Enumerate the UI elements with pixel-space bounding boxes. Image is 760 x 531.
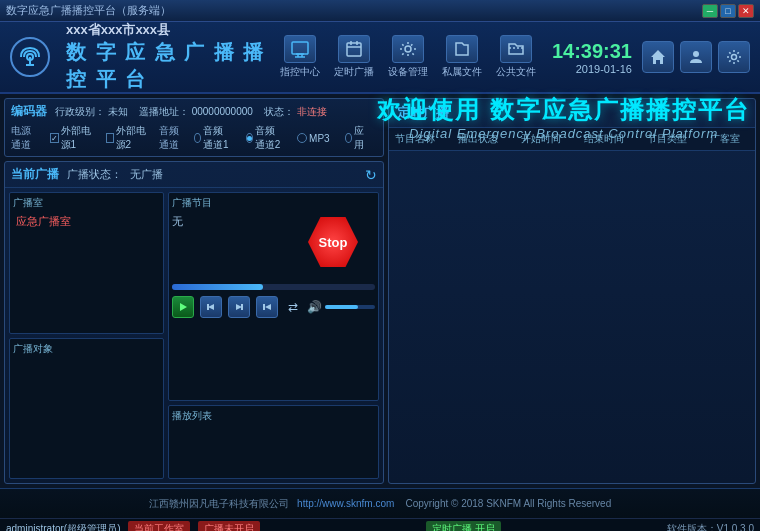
- left-panel: 编码器 行政级别： 未知 遥播地址： 00000000000 状态： 非连接 电…: [4, 98, 384, 484]
- svg-marker-21: [265, 304, 271, 310]
- svg-rect-8: [347, 43, 361, 56]
- audio-ch2-label: 音频通道2: [255, 124, 282, 152]
- scheduled-body: 节目名称 播出状态 开始时间 结束时间 节目类型 广客室: [389, 128, 755, 483]
- broadcast-queue-panel: 广播对象: [9, 338, 164, 480]
- broadcast-list-title: 广播室: [13, 196, 160, 210]
- electric-ch1-label: 外部电源1: [61, 124, 91, 152]
- status-item-scheduled[interactable]: 定时广播 开启: [426, 521, 501, 532]
- nav-label-private: 私属文件: [442, 65, 482, 79]
- progress-bar-container: [172, 284, 375, 290]
- audio-ch2-radio[interactable]: [246, 133, 253, 143]
- stop-icon[interactable]: Stop: [308, 217, 358, 267]
- status-value: 非连接: [297, 106, 327, 117]
- svg-point-12: [405, 46, 411, 52]
- electric-ch2-option[interactable]: 外部电源2: [106, 124, 147, 152]
- audio-ch1-radio[interactable]: [194, 133, 201, 143]
- footer-company: 江西赣州因凡电子科技有限公司 http://www.sknfm.com Copy…: [8, 497, 752, 511]
- scheduled-icon: [338, 35, 370, 63]
- title-bar-controls: ─ □ ✕: [702, 4, 754, 18]
- progress-bar-fill: [172, 284, 263, 290]
- program-panel: 广播节目 无 Stop: [168, 192, 379, 401]
- title-bar-text: 数字应急广播播控平台（服务端）: [6, 3, 702, 18]
- close-button[interactable]: ✕: [738, 4, 754, 18]
- repeat-icon[interactable]: ⇄: [288, 300, 298, 314]
- clock-time: 14:39:31: [552, 40, 632, 63]
- broadcast-status-label: 广播状态：: [67, 167, 122, 182]
- status-item-studio[interactable]: 当前工作室: [128, 521, 190, 532]
- company-website[interactable]: http://www.sknfm.com: [297, 498, 394, 509]
- electric-channel-group: 电源通道 ✓ 外部电源1 外部电源2: [11, 124, 147, 152]
- nav-item-device[interactable]: 设备管理: [388, 35, 428, 79]
- svg-rect-19: [241, 304, 243, 310]
- broadcast-list-item[interactable]: 应急广播室: [13, 212, 160, 231]
- footer: 江西赣州因凡电子科技有限公司 http://www.sknfm.com Copy…: [0, 488, 760, 518]
- end-button[interactable]: [256, 296, 278, 318]
- play-button[interactable]: [172, 296, 194, 318]
- nav-label-device: 设备管理: [388, 65, 428, 79]
- nav-label-public: 公共文件: [496, 65, 536, 79]
- admin-value: 未知: [108, 106, 128, 117]
- home-button[interactable]: [642, 41, 674, 73]
- controls-row: ⇄ 🔊: [172, 296, 375, 318]
- address-value: 00000000000: [192, 106, 253, 117]
- audio-app-radio[interactable]: [345, 133, 352, 143]
- status-label: 状态：: [264, 106, 294, 117]
- electric-ch1-checkbox[interactable]: ✓: [50, 133, 59, 143]
- prev-button[interactable]: [200, 296, 222, 318]
- broadcast-header: 当前广播 广播状态： 无广播 ↻: [5, 162, 383, 188]
- current-broadcast-section: 当前广播 广播状态： 无广播 ↻ 广播室 应急广播室 广播对象: [4, 161, 384, 484]
- address-label: 遥播地址：: [139, 106, 189, 117]
- audio-ch1-option[interactable]: 音频通道1: [194, 124, 230, 152]
- audio-channel-group: 音频通道 音频通道1 音频通道2 MP3: [159, 124, 367, 152]
- svg-point-13: [693, 51, 699, 57]
- next-button[interactable]: [228, 296, 250, 318]
- nav-item-private[interactable]: 私属文件: [442, 35, 482, 79]
- minimize-button[interactable]: ─: [702, 4, 718, 18]
- audio-channel-label: 音频通道: [159, 124, 184, 152]
- audio-app-option[interactable]: 应用: [345, 124, 367, 152]
- settings-button[interactable]: [718, 41, 750, 73]
- svg-marker-15: [180, 303, 187, 311]
- welcome-title: 欢迎使用 数字应急广播播控平台: [377, 94, 750, 126]
- audio-mp3-option[interactable]: MP3: [297, 133, 330, 144]
- svg-rect-3: [292, 42, 308, 54]
- audio-ch2-option[interactable]: 音频通道2: [246, 124, 282, 152]
- playlist-content: [172, 425, 375, 475]
- header-title-main: 数 字 应 急 广 播 播 控 平 台: [66, 39, 280, 93]
- electric-ch1-option[interactable]: ✓ 外部电源1: [50, 124, 91, 152]
- playlist-title: 播放列表: [172, 409, 375, 423]
- encoder-title: 编码器 行政级别： 未知 遥播地址： 00000000000 状态： 非连接: [11, 103, 377, 120]
- refresh-icon[interactable]: ↻: [365, 167, 377, 183]
- broadcast-queue-title: 广播对象: [13, 342, 160, 356]
- copyright-text: Copyright © 2018 SKNFM All Rights Reserv…: [405, 498, 611, 509]
- nav-item-scheduled[interactable]: 定时广播: [334, 35, 374, 79]
- logo-icon: [10, 37, 50, 77]
- nav-item-control-center[interactable]: 指控中心: [280, 35, 320, 79]
- audio-mp3-radio[interactable]: [297, 133, 307, 143]
- electric-ch2-label: 外部电源2: [116, 124, 148, 152]
- welcome-subtitle: Digital Emergency Broadcast Control Plat…: [377, 126, 750, 141]
- electric-ch2-checkbox[interactable]: [106, 133, 114, 143]
- maximize-button[interactable]: □: [720, 4, 736, 18]
- main-content: 编码器 行政级别： 未知 遥播地址： 00000000000 状态： 非连接 电…: [0, 94, 760, 488]
- electric-channel-label: 电源通道: [11, 124, 40, 152]
- logo-area: [10, 37, 50, 77]
- volume-slider-track[interactable]: [325, 305, 375, 309]
- playlist-panel: 播放列表: [168, 405, 379, 479]
- header-title-top: xxx省xxx市xxx县: [66, 21, 280, 39]
- status-bar-center: 定时广播 开启: [260, 521, 666, 532]
- stop-button[interactable]: Stop: [308, 217, 358, 267]
- broadcast-status-value: 无广播: [130, 167, 163, 182]
- broadcast-list-panel: 广播室 应急广播室: [9, 192, 164, 334]
- nav-item-public[interactable]: 公共文件: [496, 35, 536, 79]
- broadcast-left: 广播室 应急广播室 广播对象: [9, 192, 164, 479]
- svg-rect-20: [263, 304, 265, 310]
- progress-area: ⇄ 🔊: [172, 284, 375, 318]
- user-button[interactable]: [680, 41, 712, 73]
- broadcast-right: 广播节目 无 Stop: [168, 192, 379, 479]
- audio-app-label: 应用: [354, 124, 367, 152]
- status-right: 软件版本：V1.0.3.0: [667, 522, 754, 532]
- header-nav: 指控中心 定时广播 设备管理: [280, 35, 536, 79]
- status-item-broadcast[interactable]: 广播未开启: [198, 521, 260, 532]
- header-title-block: xxx省xxx市xxx县 数 字 应 急 广 播 播 控 平 台: [66, 21, 280, 93]
